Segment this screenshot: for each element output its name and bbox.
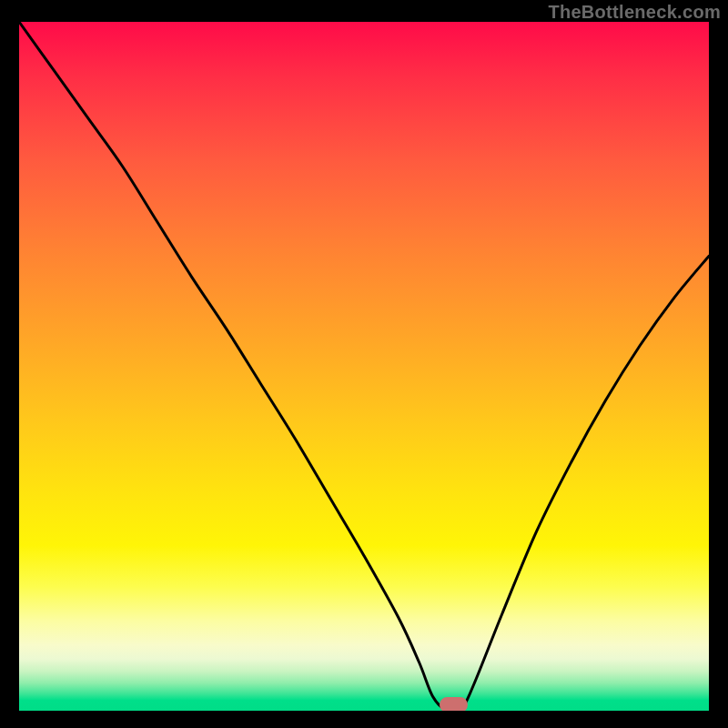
- watermark-text: TheBottleneck.com: [548, 2, 721, 23]
- plot-area: [19, 22, 709, 711]
- curve-svg: [19, 22, 709, 711]
- chart-frame: TheBottleneck.com: [0, 0, 728, 728]
- bottleneck-curve: [19, 22, 709, 711]
- bottleneck-marker: [440, 697, 467, 711]
